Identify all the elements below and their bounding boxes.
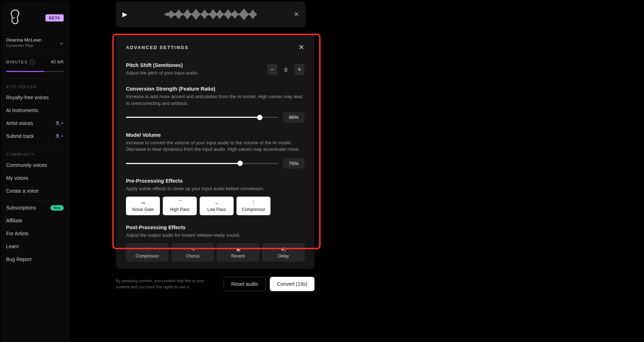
effect-label: High Pass — [170, 207, 190, 212]
wave-bar — [226, 12, 226, 17]
pre-desc: Apply subtle effects to clean up your in… — [126, 186, 304, 192]
minutes-progress — [6, 71, 64, 72]
wave-bar — [235, 11, 236, 18]
sidebar-item-learn[interactable]: Learn — [1, 240, 69, 253]
section-kits-label: KITS VOICES — [1, 79, 69, 91]
person-sparkle-icon: ✦ — [55, 134, 64, 139]
sidebar-item-label: Subscriptions — [6, 205, 36, 211]
wave-bar — [247, 13, 248, 16]
panel-close-icon[interactable]: ✕ — [298, 43, 304, 52]
wave-bar — [210, 13, 210, 16]
new-badge: New — [50, 205, 64, 211]
sidebar-item-for-artists[interactable]: For Artists — [1, 227, 69, 240]
sidebar-item-ai-instruments[interactable]: AI Instruments — [1, 104, 69, 117]
wave-bar — [243, 9, 244, 19]
effect-compressor[interactable]: ⦙Compressor — [236, 197, 270, 215]
wave-bar — [174, 13, 175, 15]
volume-slider[interactable] — [126, 163, 278, 164]
post-desc: Adjust the output audio for instant rele… — [126, 232, 304, 239]
sidebar-item-label: Artist voices — [6, 120, 33, 126]
wave-bar — [195, 10, 195, 19]
sidebar-item-bug-report[interactable]: Bug Report — [1, 253, 69, 266]
minutes-label: MINUTES i — [6, 59, 35, 64]
wave-bar — [229, 11, 230, 18]
post-title: Post-Processing Effects — [126, 225, 304, 230]
sidebar-item-submit-track[interactable]: Submit track✦ — [1, 130, 69, 143]
effect-noise-gate[interactable]: ⫬Noise Gate — [126, 197, 160, 215]
wave-bar — [186, 10, 187, 18]
strength-slider[interactable] — [126, 117, 278, 118]
volume-desc: Increase to convert the volume of your i… — [126, 140, 304, 153]
wave-bar — [188, 11, 189, 18]
player-close-icon[interactable]: ✕ — [294, 10, 299, 18]
wave-bar — [213, 9, 214, 19]
wave-bar — [194, 11, 194, 17]
wave-bar — [246, 12, 247, 17]
wave-bar — [240, 13, 240, 16]
wave-bar — [173, 13, 174, 16]
wave-bar — [169, 12, 170, 16]
pitch-minus-button[interactable]: − — [267, 64, 277, 75]
advanced-settings-panel: ADVANCED SETTINGS ✕ Pitch Shift (Semiton… — [116, 35, 314, 269]
wave-bar — [189, 12, 190, 16]
wave-bar — [166, 13, 166, 15]
effect-label: Compressor — [242, 207, 265, 212]
sidebar-item-artist-voices[interactable]: Artist voices✦ — [1, 117, 69, 130]
effect-compressor[interactable]: ⦙Compressor — [126, 243, 169, 262]
strength-desc: Increase to add more accent and articula… — [126, 93, 304, 107]
wave-bar — [217, 13, 218, 16]
sidebar-item-my-voices[interactable]: My voices — [1, 172, 69, 184]
wave-bar — [197, 10, 197, 18]
effect-chorus[interactable]: ∿Chorus — [171, 243, 214, 262]
wave-bar — [252, 11, 252, 18]
reset-audio-button[interactable]: Reset audio — [224, 277, 265, 291]
sidebar-item-subscriptions[interactable]: SubscriptionsNew — [1, 201, 69, 214]
effect-icon: ◉ — [236, 246, 240, 252]
effect-low-pass[interactable]: ⌣Low Pass — [200, 197, 234, 215]
sidebar-item-label: My voices — [6, 175, 28, 181]
effect-delay[interactable]: ▸)Delay — [262, 243, 305, 262]
disclaimer-text: By pressing convert, you confirm that th… — [116, 278, 209, 290]
wave-bar — [255, 13, 255, 16]
user-menu[interactable]: Deanna McLean Converter Plan ⌄ — [1, 34, 69, 53]
effect-icon: ⌣ — [215, 200, 218, 206]
effect-high-pass[interactable]: ⌒High Pass — [163, 197, 197, 215]
effect-icon: ∿ — [191, 246, 195, 252]
wave-bar — [203, 11, 204, 18]
sidebar-item-create-a-voice[interactable]: Create a voice — [1, 184, 69, 197]
sidebar-item-label: Community voices — [6, 162, 47, 168]
sidebar-item-label: Affiliate — [6, 218, 23, 223]
chevron-down-icon: ⌄ — [59, 39, 64, 46]
sidebar-item-royalty-free-voices[interactable]: Royalty-free voices — [1, 91, 69, 104]
audio-waveform[interactable] — [134, 8, 287, 21]
svg-point-1 — [57, 121, 59, 123]
wave-bar — [238, 13, 238, 15]
svg-point-2 — [57, 134, 59, 136]
wave-bar — [200, 14, 201, 15]
play-button[interactable]: ▶ — [122, 10, 127, 18]
wave-bar — [168, 13, 169, 16]
volume-title: Model Volume — [126, 132, 304, 138]
effect-label: Compressor — [136, 254, 159, 259]
wave-bar — [191, 14, 192, 15]
wave-bar — [209, 14, 209, 15]
wave-bar — [190, 13, 191, 15]
sidebar-item-community-voices[interactable]: Community voices — [1, 159, 69, 172]
pitch-title: Pitch Shift (Semitones) — [126, 62, 199, 68]
strength-title: Conversion Strength (Feature Ratio) — [126, 86, 304, 92]
main-content: ▶ ✕ ADVANCED SETTINGS ✕ Pitch Shift (Sem… — [69, 0, 644, 342]
wave-bar — [223, 13, 223, 15]
effect-reverb[interactable]: ◉Reverb — [217, 243, 259, 262]
info-icon[interactable]: i — [30, 59, 35, 64]
effect-label: Chorus — [186, 254, 200, 259]
user-plan: Converter Plan — [6, 43, 42, 48]
wave-bar — [206, 13, 207, 16]
wave-bar — [185, 12, 186, 17]
convert-button[interactable]: Convert (19s) — [270, 277, 314, 291]
wave-bar — [177, 11, 178, 18]
wave-bar — [228, 9, 229, 19]
effect-label: Low Pass — [207, 207, 226, 212]
pitch-plus-button[interactable]: + — [294, 64, 304, 75]
sidebar-item-affiliate[interactable]: Affiliate — [1, 214, 69, 227]
wave-bar — [204, 10, 205, 19]
